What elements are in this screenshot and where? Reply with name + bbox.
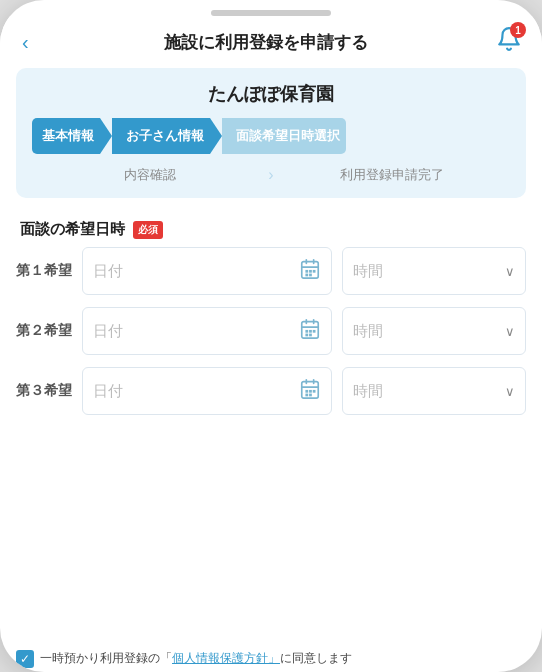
svg-rect-24	[312, 389, 315, 392]
row1-label: 第１希望	[16, 262, 72, 280]
footer-consent-row: 一時預かり利用登録の「個人情報保護方針」に同意します	[0, 639, 542, 672]
form-section: 第１希望 日付	[0, 247, 542, 639]
svg-rect-14	[309, 329, 312, 332]
svg-rect-7	[305, 273, 308, 276]
svg-rect-25	[305, 393, 308, 396]
date-placeholder-3: 日付	[93, 382, 299, 401]
time-select-1[interactable]: 時間 ∨	[342, 247, 527, 295]
svg-rect-13	[305, 329, 308, 332]
date-input-3[interactable]: 日付	[82, 367, 332, 415]
svg-rect-17	[309, 333, 312, 336]
footer-text-after: に同意します	[280, 651, 352, 665]
date-placeholder-1: 日付	[93, 262, 299, 281]
date-placeholder-2: 日付	[93, 322, 299, 341]
section-label: 面談の希望日時 必須	[20, 220, 522, 239]
calendar-icon-1	[299, 258, 321, 285]
row2-label: 第２希望	[16, 322, 72, 340]
svg-rect-5	[309, 269, 312, 272]
form-row-2: 第２希望 日付	[16, 307, 526, 355]
time-placeholder-1: 時間	[353, 262, 383, 281]
footer-text-before: 一時預かり利用登録の「	[40, 651, 172, 665]
facility-card: たんぽぽ保育園 基本情報 お子さん情報 面談希望日時選択 内容確認 › 利用登録…	[16, 68, 526, 198]
chevron-down-icon-1: ∨	[505, 264, 515, 279]
time-select-3[interactable]: 時間 ∨	[342, 367, 527, 415]
form-row-3: 第３希望 日付	[16, 367, 526, 415]
time-placeholder-3: 時間	[353, 382, 383, 401]
calendar-icon-3	[299, 378, 321, 405]
consent-checkbox[interactable]	[16, 650, 34, 668]
date-input-2[interactable]: 日付	[82, 307, 332, 355]
svg-rect-8	[309, 273, 312, 276]
row3-label: 第３希望	[16, 382, 72, 400]
form-row-1: 第１希望 日付	[16, 247, 526, 295]
step-1: 基本情報	[32, 118, 100, 154]
notification-badge: 1	[510, 22, 526, 38]
steps-container: 基本情報 お子さん情報 面談希望日時選択	[32, 118, 510, 154]
privacy-policy-link[interactable]: 個人情報保護方針」	[172, 651, 280, 665]
svg-rect-26	[309, 393, 312, 396]
phone-frame: ‹ 施設に利用登録を申請する 1 たんぽぽ保育園 基本情報 お子さん情報 面談希…	[0, 0, 542, 672]
chevron-down-icon-2: ∨	[505, 324, 515, 339]
steps-row2: 内容確認 › 利用登録申請完了	[32, 162, 510, 188]
calendar-icon-2	[299, 318, 321, 345]
required-badge: 必須	[133, 221, 163, 239]
svg-rect-23	[309, 389, 312, 392]
svg-rect-4	[305, 269, 308, 272]
page-title: 施設に利用登録を申請する	[37, 31, 496, 54]
step-5: 利用登録申請完了	[274, 162, 510, 188]
time-placeholder-2: 時間	[353, 322, 383, 341]
svg-rect-15	[312, 329, 315, 332]
footer-text: 一時預かり利用登録の「個人情報保護方針」に同意します	[40, 649, 352, 667]
bell-button[interactable]: 1	[496, 26, 522, 58]
step-3: 面談希望日時選択	[222, 118, 346, 154]
step-4: 内容確認	[32, 162, 268, 188]
svg-rect-16	[305, 333, 308, 336]
chevron-down-icon-3: ∨	[505, 384, 515, 399]
facility-name: たんぽぽ保育園	[32, 82, 510, 106]
date-input-1[interactable]: 日付	[82, 247, 332, 295]
header: ‹ 施設に利用登録を申請する 1	[0, 16, 542, 68]
step-2: お子さん情報	[112, 118, 210, 154]
svg-rect-6	[312, 269, 315, 272]
back-button[interactable]: ‹	[14, 27, 37, 58]
time-select-2[interactable]: 時間 ∨	[342, 307, 527, 355]
svg-rect-22	[305, 389, 308, 392]
